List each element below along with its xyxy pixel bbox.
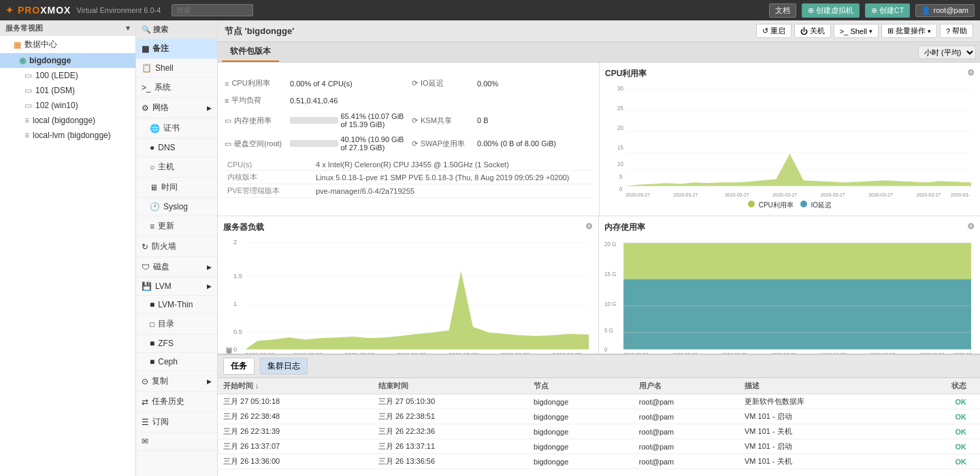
zfs-icon: ■ bbox=[150, 357, 154, 367]
cpu-chart-area: 30 25 20 15 10 5 0 bbox=[605, 82, 975, 198]
svg-text:2020-03-: 2020-03- bbox=[951, 192, 970, 198]
col-node[interactable]: 节点 bbox=[528, 378, 634, 394]
table-row[interactable]: 三月 26 22:38:48 三月 26 22:38:51 bigdongge … bbox=[218, 409, 980, 424]
panel2-item-dir[interactable]: ■ ZFS bbox=[136, 335, 217, 353]
panel2-item-lvm[interactable]: ■ LVM-Thin bbox=[136, 296, 217, 314]
panel2-item-dns[interactable]: ○ 主机 bbox=[136, 157, 217, 177]
tab-software[interactable]: 软件包版本 bbox=[222, 42, 279, 62]
mem-chart-title: 内存使用率 ⚙ bbox=[604, 222, 975, 233]
panel2-item-subscription[interactable]: ✉ bbox=[136, 432, 217, 451]
sidebar-item-bigdongge[interactable]: ◉ bigdongge bbox=[0, 53, 135, 68]
panel2-item-host[interactable]: 🖥 时间 bbox=[136, 177, 217, 198]
col-status[interactable]: 状态 bbox=[902, 378, 980, 394]
io-delay-row: ⟳ IO延迟 0.00% bbox=[412, 76, 592, 90]
shell-button[interactable]: >_ Shell ▾ bbox=[834, 24, 879, 38]
chevron-icon: ▾ bbox=[126, 24, 130, 33]
sidebar-section-title: 服务常视图 ▾ bbox=[0, 20, 135, 36]
cpu-chart-legend: CPU利用率 IO延迟 bbox=[605, 201, 975, 210]
panel2-item-shell[interactable]: >_ 系统 bbox=[136, 78, 217, 98]
panel2-item-ceph[interactable]: ⊙ 复制 ▶ bbox=[136, 371, 217, 392]
panel2-item-lvm-thin[interactable]: □ 目录 bbox=[136, 314, 217, 335]
cell-start: 三月 26 13:36:00 bbox=[218, 454, 373, 469]
node-icon: ◉ bbox=[19, 56, 26, 65]
load-chart-settings-icon[interactable]: ⚙ bbox=[585, 222, 593, 233]
cell-user: root@pam bbox=[634, 409, 739, 424]
panel2-item-replicate[interactable]: ⇄ 任务历史 bbox=[136, 392, 217, 412]
storage-icon2: ≡ bbox=[24, 131, 29, 140]
cell-end: 三月 26 22:32:36 bbox=[373, 424, 528, 439]
col-desc[interactable]: 描述 bbox=[739, 378, 902, 394]
tasks-tab[interactable]: 任务 bbox=[223, 358, 255, 375]
cell-node: bigdongge bbox=[528, 394, 634, 409]
table-row[interactable]: 三月 26 13:37:07 三月 26 13:37:11 bigdongge … bbox=[218, 439, 980, 454]
cpu-label: ≡ CPU利用率 bbox=[225, 78, 286, 88]
chevron-right2-icon: ▶ bbox=[207, 264, 212, 271]
subscription-icon: ✉ bbox=[142, 437, 148, 446]
cell-desc: VM 101 - 关机 bbox=[739, 424, 902, 439]
info-extra: CPU(s) 4 x Intel(R) Celeron(R) CPU J3455… bbox=[225, 159, 592, 198]
panel2-item-network[interactable]: 🌐 证书 bbox=[136, 118, 217, 139]
panel2-item-zfs[interactable]: ■ Ceph bbox=[136, 353, 217, 371]
vm-icon: ▭ bbox=[24, 71, 32, 80]
create-vm-button[interactable]: ⊕ 创建虚拟机 bbox=[802, 3, 860, 18]
network-icon: 🌐 bbox=[150, 124, 160, 133]
sidebar-item-lede[interactable]: ▭ 100 (LEDE) bbox=[0, 68, 135, 83]
svg-text:2020-03-27: 2020-03-27 bbox=[821, 352, 845, 354]
bulk-icon: ⊞ bbox=[887, 27, 894, 35]
cpu-icon: ≡ bbox=[225, 80, 229, 88]
panel2-item-cert[interactable]: ● DNS bbox=[136, 139, 217, 157]
panel2-item-task-history[interactable]: ☰ 订阅 bbox=[136, 412, 217, 432]
panel2-item-system[interactable]: ⚙ 网络 ▶ bbox=[136, 98, 217, 118]
sidebar-item-datacenter[interactable]: ▦ 数据中心 bbox=[0, 36, 135, 53]
panel2-item-updates[interactable]: ↻ 防火墙 bbox=[136, 237, 217, 257]
panel2-item-notes[interactable]: 📋 Shell bbox=[136, 59, 217, 78]
sidebar-item-dsm[interactable]: ▭ 101 (DSM) bbox=[0, 83, 135, 98]
load-chart-title: 服务器负载 ⚙ bbox=[223, 222, 593, 233]
cell-status: OK bbox=[902, 424, 980, 439]
search-input[interactable] bbox=[172, 4, 253, 16]
panel2-item-disk[interactable]: 💾 LVM ▶ bbox=[136, 277, 217, 296]
create-ct-button[interactable]: ⊕ 创建CT bbox=[865, 3, 911, 18]
reboot-button[interactable]: ↺ 重启 bbox=[756, 24, 791, 38]
main-layout: 服务常视图 ▾ ▦ 数据中心 ◉ bigdongge ▭ 100 (LEDE) … bbox=[0, 20, 980, 476]
help-button[interactable]: ? 帮助 bbox=[940, 24, 973, 38]
io-label: ⟳ IO延迟 bbox=[412, 78, 473, 88]
table-row[interactable]: 三月 26 22:31:39 三月 26 22:32:36 bigdongge … bbox=[218, 424, 980, 439]
table-row[interactable]: 三月 27 05:10:18 三月 27 05:10:30 bigdongge … bbox=[218, 394, 980, 409]
panel2-item-summary[interactable]: ▦ 备注 bbox=[136, 39, 217, 59]
summary-icon: ▦ bbox=[142, 44, 149, 54]
cell-start: 三月 27 05:10:18 bbox=[218, 394, 373, 409]
time-range-select[interactable]: 小时 (平均) bbox=[918, 46, 976, 59]
swap-label: ⟳ SWAP使用率 bbox=[412, 139, 473, 149]
bulk-ops-button[interactable]: ⊞ 批量操作 ▾ bbox=[881, 24, 937, 38]
svg-text:2020-03-27: 2020-03-27 bbox=[868, 192, 893, 198]
cluster-log-tab[interactable]: 集群日志 bbox=[260, 358, 308, 375]
reboot-icon: ↺ bbox=[762, 27, 768, 35]
chart-settings-icon[interactable]: ⚙ bbox=[967, 68, 975, 80]
panel2-item-syslog[interactable]: ≡ 更新 bbox=[136, 216, 217, 237]
user-button[interactable]: 👤 root@pam bbox=[915, 4, 975, 17]
doc-button[interactable]: 文档 bbox=[769, 3, 796, 18]
panel2-item-time[interactable]: 🕐 Syslog bbox=[136, 198, 217, 216]
mem-progress-wrap bbox=[290, 117, 338, 124]
svg-text:0: 0 bbox=[604, 347, 608, 353]
pve-value: pve-manager/6.0-4/2a719255 bbox=[313, 184, 592, 198]
col-end-time[interactable]: 结束时间 bbox=[373, 378, 528, 394]
svg-text:2020-03-27: 2020-03-27 bbox=[870, 352, 895, 354]
swap-row: ⟳ SWAP使用率 0.00% (0 B of 8.00 GiB) bbox=[412, 133, 592, 154]
help-icon: ? bbox=[946, 27, 950, 35]
sidebar-item-win10[interactable]: ▭ 102 (win10) bbox=[0, 98, 135, 113]
shutdown-button[interactable]: ⏻ 关机 bbox=[794, 24, 831, 38]
col-user[interactable]: 用户名 bbox=[634, 378, 739, 394]
shell-btn-icon: >_ bbox=[840, 27, 849, 35]
svg-text:2020-03-27: 2020-03-27 bbox=[722, 352, 747, 354]
panel2-item-firewall[interactable]: 🛡 磁盘 ▶ bbox=[136, 257, 217, 277]
load-label: ≡ 平均负荷 bbox=[225, 95, 286, 105]
cpu-legend-dot bbox=[748, 201, 755, 207]
svg-rect-46 bbox=[623, 279, 971, 350]
mem-chart-settings-icon[interactable]: ⚙ bbox=[967, 222, 975, 233]
col-start-time[interactable]: 开始时间 ↓ bbox=[218, 378, 373, 394]
sidebar-item-local[interactable]: ≡ local (bigdongge) bbox=[0, 113, 135, 128]
table-row[interactable]: 三月 26 13:36:00 三月 26 13:36:56 bigdongge … bbox=[218, 454, 980, 469]
sidebar-item-local-lvm[interactable]: ≡ local-lvm (bigdongge) bbox=[0, 128, 135, 143]
